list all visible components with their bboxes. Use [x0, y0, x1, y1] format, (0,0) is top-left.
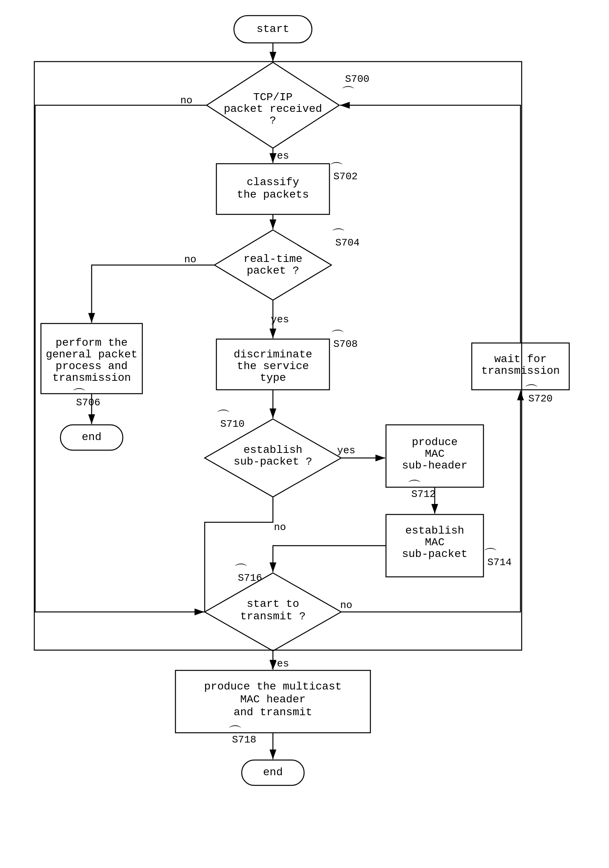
s706-label-line3: process and: [56, 360, 128, 372]
s710-label-line1: establish: [243, 444, 302, 456]
s716-no-label: no: [340, 599, 352, 611]
s712-label-line2: MAC: [425, 448, 444, 460]
s710-label-line2: sub-packet ?: [234, 456, 312, 468]
s702-label-line2: the packets: [237, 189, 309, 201]
svg-text:⌒: ⌒: [216, 408, 230, 424]
end2-label: end: [263, 766, 283, 778]
s704-label-line1: real-time: [243, 253, 302, 265]
svg-text:⌒: ⌒: [341, 85, 355, 101]
s700-label-line2: packet received: [224, 103, 322, 115]
s714-label-line1: establish: [405, 525, 464, 537]
svg-text:⌒: ⌒: [72, 387, 86, 403]
s708-label-line2: the service: [237, 360, 309, 372]
svg-text:⌒: ⌒: [331, 329, 345, 344]
s704-no-label: no: [184, 254, 196, 265]
diagram-container: start TCP/IP packet received ? S700 ⌒ cl…: [0, 0, 609, 868]
s706-label-line1: perform the: [56, 337, 128, 349]
s710-yes-label: yes: [337, 445, 356, 456]
svg-text:⌒: ⌒: [407, 479, 421, 494]
s704-yes-label: yes: [271, 314, 289, 325]
s714-label-line3: sub-packet: [402, 548, 467, 560]
s708-label-line1: discriminate: [234, 348, 312, 361]
s700-yes-label: yes: [271, 150, 289, 162]
svg-text:⌒: ⌒: [331, 227, 345, 243]
s700-step: S700: [345, 73, 369, 85]
svg-text:⌒: ⌒: [483, 547, 497, 562]
s716-label-line2: transmit ?: [240, 610, 306, 622]
end1-label: end: [82, 431, 101, 443]
s700-label-line3: ?: [270, 115, 276, 127]
svg-text:⌒: ⌒: [329, 161, 343, 177]
s712-label-line3: sub-header: [402, 460, 467, 472]
svg-text:⌒: ⌒: [228, 724, 242, 740]
s702-label-line1: classify: [247, 176, 299, 188]
s718-label-line3: and transmit: [234, 706, 312, 718]
s718-label-line2: MAC header: [240, 693, 306, 705]
s706-label-line2: general packet: [46, 348, 137, 361]
s720-label-line1: wait for: [494, 353, 547, 365]
s710-no-label: no: [274, 522, 286, 533]
start-label: start: [257, 23, 289, 35]
s704-label-line2: packet ?: [247, 265, 299, 277]
s720-label-line2: transmission: [481, 365, 560, 377]
s700-label-line1: TCP/IP: [253, 91, 293, 103]
s714-label-line2: MAC: [425, 536, 444, 548]
svg-text:⌒: ⌒: [234, 562, 248, 578]
s700-no-label: no: [180, 95, 192, 106]
s718-label-line1: produce the multicast: [204, 681, 342, 693]
s708-label-line3: type: [260, 372, 286, 384]
s706-label-line4: transmission: [52, 372, 131, 384]
s716-yes-label: yes: [271, 658, 289, 670]
s716-label-line1: start to: [247, 598, 299, 610]
svg-text:⌒: ⌒: [524, 383, 538, 399]
s712-label-line1: produce: [412, 436, 458, 448]
